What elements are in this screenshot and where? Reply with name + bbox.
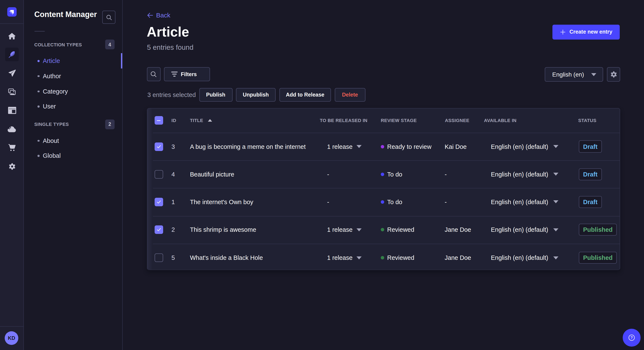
svg-text:?: ? — [630, 336, 633, 340]
